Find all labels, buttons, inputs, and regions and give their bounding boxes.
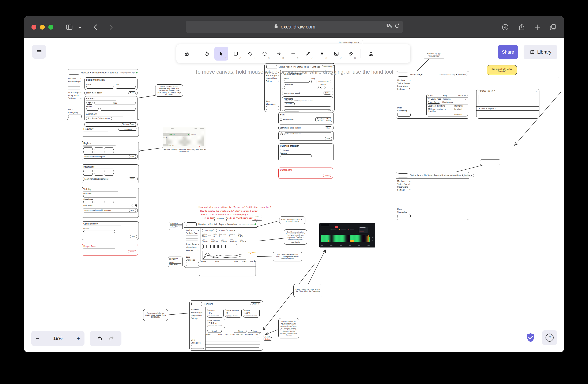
chevron-down-icon[interactable]: [78, 25, 85, 33]
monitors-table[interactable]: Name Trend Last Checked Up/Down Frequenc…: [205, 333, 260, 348]
wireframe-statuspage-list[interactable]: Status Page Currently monitoringCreate +…: [396, 71, 469, 118]
wireframe-monitor-settings[interactable]: Monitor > Portfolio Page > Settings last…: [67, 69, 139, 120]
browser-toolbar: excalidraw.com Ax: [24, 16, 564, 38]
latency-line-chart: ­ degraded: [202, 250, 255, 261]
minimize-window-button[interactable]: [40, 25, 45, 30]
domain-card[interactable]: ✓ status.yourdomain.dev Save: [278, 131, 334, 140]
regions-card[interactable]: Regions Learn more about regionsSave: [82, 141, 139, 160]
small-box[interactable]: [480, 159, 500, 165]
small-box[interactable]: [558, 77, 564, 82]
password-protection-card[interactable]: Password protection Protect Password: [278, 143, 334, 161]
wireframe-upstream-downtime[interactable]: Status Page > My Status Page > Upstream …: [396, 172, 469, 220]
translate-icon[interactable]: Ax: [386, 22, 392, 30]
account-card[interactable]: Maximilian Kaske Account Switch theme: [168, 257, 183, 267]
context-menu-edit[interactable]: EditDelete: [252, 215, 262, 221]
columns-button: Columns: [248, 330, 261, 333]
update-button: Update +: [462, 174, 474, 177]
sidebar-toggle-icon[interactable]: [65, 23, 73, 31]
check-icon: ✓: [280, 133, 283, 135]
chart-tooltip: [359, 227, 368, 233]
visibility-card[interactable]: Visibility Description Status Pages Publ…: [82, 187, 139, 218]
undo-button[interactable]: [97, 335, 103, 342]
opentelemetry-card[interactable]: OpenTelemetry Headers Save: [82, 221, 139, 240]
zoom-in-button[interactable]: +: [77, 335, 80, 342]
help-button[interactable]: ?: [542, 330, 557, 345]
map-caption[interactable]: Use dots showing the active regions (gre…: [162, 149, 207, 152]
tab-overview-button[interactable]: [549, 23, 557, 31]
latency-map-image[interactable]: 628 ms 450 ms 0 ms 400 ms: [163, 127, 206, 148]
question-icon: ?: [546, 334, 554, 342]
red-note[interactable]: How to deal with 'Response Logs' / 'Sett…: [202, 217, 254, 219]
danger-zone-card[interactable]: Danger Zone Delete: [278, 168, 333, 179]
monitors-card: Monitors Select all the monitors you'd l…: [282, 96, 333, 112]
note-values-aggregated[interactable]: Values aggregated over ALL selected regi…: [279, 216, 305, 224]
diamond-tool[interactable]: 3: [243, 47, 257, 60]
hand-tool[interactable]: [200, 47, 214, 60]
lock-icon: [273, 24, 279, 30]
arrow-tool[interactable]: 5: [272, 47, 286, 60]
sidebar: Monitors∨ Portfolio Page Status Pages> I…: [67, 76, 83, 120]
monitoring-dropdown: Monitoring: [322, 65, 334, 68]
note-cards-space[interactable]: These cards take too much visual space -…: [143, 309, 168, 321]
note-percentiles[interactable]: Consider moving the percentiles here fro…: [278, 318, 299, 338]
address-bar[interactable]: excalidraw.com Ax: [186, 21, 403, 33]
share-button[interactable]: Share: [498, 45, 518, 59]
browser-window: excalidraw.com Ax: [24, 16, 564, 352]
text-tool[interactable]: 8: [315, 47, 329, 60]
danger-zone-card[interactable]: Danger Zone Delete: [82, 244, 138, 255]
desktop: excalidraw.com Ax: [0, 0, 588, 384]
ellipse-tool[interactable]: 4: [257, 47, 272, 60]
back-button[interactable]: [92, 23, 100, 31]
zoom-out-button[interactable]: −: [36, 335, 39, 342]
tool-toolbar: 1 2 3 4 5 6 7: [176, 44, 410, 63]
main-menu-button[interactable]: [32, 45, 46, 59]
filters-button: Filters: [234, 330, 247, 333]
note-same-as-bar-chart[interactable]: I tend to say it's same as the Bar Chart…: [293, 284, 322, 297]
workspaces-card[interactable]: Workspaces drab-lock8 Monitors cool-stuf…: [169, 222, 183, 230]
red-note[interactable]: How to display some settings like: 'Freq…: [199, 206, 271, 208]
red-note[interactable]: How to display the timeline with 'failed…: [200, 210, 258, 212]
locations-table[interactable]: Location Trend P50⇵ P75⇵ P99⇵: [199, 260, 256, 276]
context-menu-clone[interactable]: CloneDelete: [264, 335, 272, 341]
forward-button[interactable]: [107, 23, 115, 31]
save-button: Save: [128, 91, 136, 94]
zoom-level[interactable]: 19%: [53, 336, 63, 341]
hamburger-icon: [36, 49, 42, 55]
new-tab-button[interactable]: [533, 23, 541, 31]
redo-button[interactable]: [108, 335, 114, 342]
rectangle-tool[interactable]: 2: [229, 47, 243, 60]
uptime-bars-screenshot[interactable]: [319, 223, 375, 248]
canvas-hint: To move canvas, hold mouse wheel or spac…: [24, 69, 564, 75]
line-tool[interactable]: 6: [286, 47, 300, 60]
cursor-icon: [219, 51, 224, 56]
lock-tool[interactable]: [180, 47, 194, 60]
selection-tool[interactable]: 1: [214, 47, 228, 60]
eraser-tool[interactable]: 0: [344, 47, 357, 60]
share-page-button[interactable]: [518, 23, 526, 31]
frequency-select: 10 minutes: [119, 128, 137, 131]
wireframe-status-report-editor[interactable]: ∨ Status Report X... >Status Report Y: [476, 89, 539, 118]
reload-icon[interactable]: [394, 23, 400, 30]
note-area-chart[interactable]: Area Chart with 'download', 'DNS',... ag…: [273, 252, 302, 261]
downloads-button[interactable]: [501, 23, 509, 31]
note-add-cards[interactable]: Add cards, e.g. 'add status report with …: [424, 52, 444, 58]
frequency-card[interactable]: Frequency 10 minutes: [82, 127, 139, 137]
red-note[interactable]: How to share on-demand vs. scheduled pin…: [201, 213, 248, 216]
draw-tool[interactable]: 7: [301, 47, 315, 60]
image-tool[interactable]: 9: [329, 47, 343, 60]
close-window-button[interactable]: [31, 25, 36, 30]
stats-card[interactable]: Stats Share values OperationalMay 3 100 …: [278, 112, 334, 124]
basic-information-card: Basic Information Name Tags: [84, 77, 138, 90]
search-button: Search: [207, 330, 222, 333]
zoom-controls: − 19% +: [31, 331, 84, 346]
library-button[interactable]: Library: [524, 45, 557, 59]
note-new-monitor[interactable]: When creating a new monitor, only show t…: [155, 84, 183, 97]
encryption-shield-icon: [525, 332, 536, 344]
integrations-card[interactable]: Integrations Learn more about integratio…: [82, 164, 139, 183]
excalidraw-canvas[interactable]: Monitor > Portfolio Page > Settings last…: [24, 16, 564, 352]
svg-text:x: x: [390, 26, 391, 28]
shapes-tool[interactable]: [364, 47, 378, 60]
maximize-window-button[interactable]: [48, 25, 53, 30]
url-text: excalidraw.com: [281, 24, 315, 30]
note-bar-chart[interactable]: Bar Chart sharing the 'operational', 'de…: [284, 229, 307, 245]
